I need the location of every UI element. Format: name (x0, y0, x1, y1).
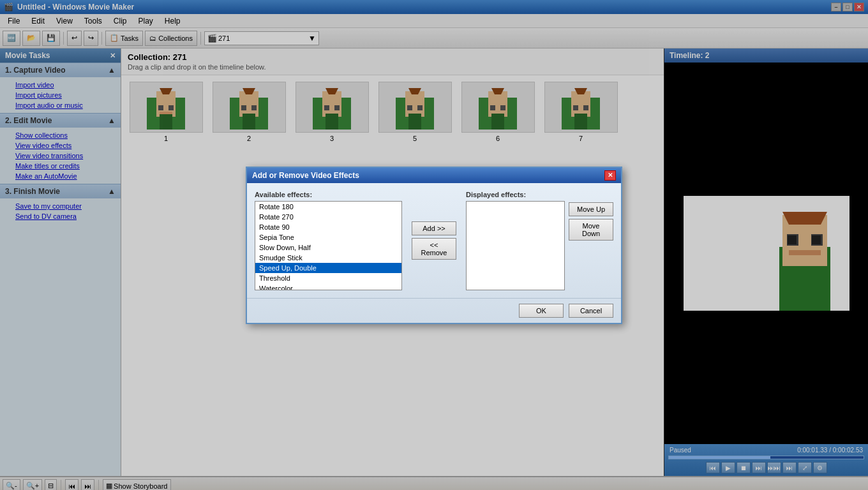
dialog: Add or Remove Video Effects ✕ Available … (246, 167, 622, 324)
effect-item[interactable]: Rotate 270 (255, 212, 401, 222)
dialog-titlebar: Add or Remove Video Effects ✕ (247, 168, 621, 183)
remove-effect-button[interactable]: << Remove (412, 238, 456, 260)
move-up-button[interactable]: Move Up (569, 202, 613, 216)
effect-item[interactable]: Watercolor (255, 283, 401, 290)
effect-item-selected[interactable]: Speed Up, Double (255, 263, 401, 273)
available-effects-label: Available effects: (255, 191, 402, 198)
effect-item[interactable]: Rotate 180 (255, 202, 401, 212)
move-down-button[interactable]: Move Down (569, 219, 613, 241)
available-effects-list[interactable]: Rotate 180 Rotate 270 Rotate 90 Sepia To… (255, 201, 402, 290)
dialog-mid-buttons: Add >> << Remove (408, 191, 460, 290)
effect-item[interactable]: Rotate 90 (255, 222, 401, 232)
dialog-footer: OK Cancel (247, 298, 621, 323)
cancel-button[interactable]: Cancel (569, 304, 613, 318)
dialog-title: Add or Remove Video Effects (252, 171, 359, 180)
dialog-close-button[interactable]: ✕ (604, 170, 616, 181)
dialog-overlay: Add or Remove Video Effects ✕ Available … (0, 0, 868, 490)
available-effects-col: Available effects: Rotate 180 Rotate 270… (255, 191, 402, 290)
dialog-columns: Available effects: Rotate 180 Rotate 270… (255, 191, 613, 290)
effect-item[interactable]: Smudge Stick (255, 253, 401, 263)
ok-button[interactable]: OK (519, 304, 564, 318)
move-buttons: Move Up Move Down (569, 201, 613, 290)
displayed-effects-list[interactable] (466, 201, 565, 290)
effect-item[interactable]: Sepia Tone (255, 232, 401, 242)
displayed-effects-col: Displayed effects: Move Up Move Down (466, 191, 613, 290)
displayed-effects-label: Displayed effects: (466, 191, 613, 198)
add-effect-button[interactable]: Add >> (412, 221, 456, 235)
dialog-body: Available effects: Rotate 180 Rotate 270… (247, 183, 621, 298)
effect-item[interactable]: Slow Down, Half (255, 242, 401, 253)
effect-item[interactable]: Threshold (255, 273, 401, 283)
